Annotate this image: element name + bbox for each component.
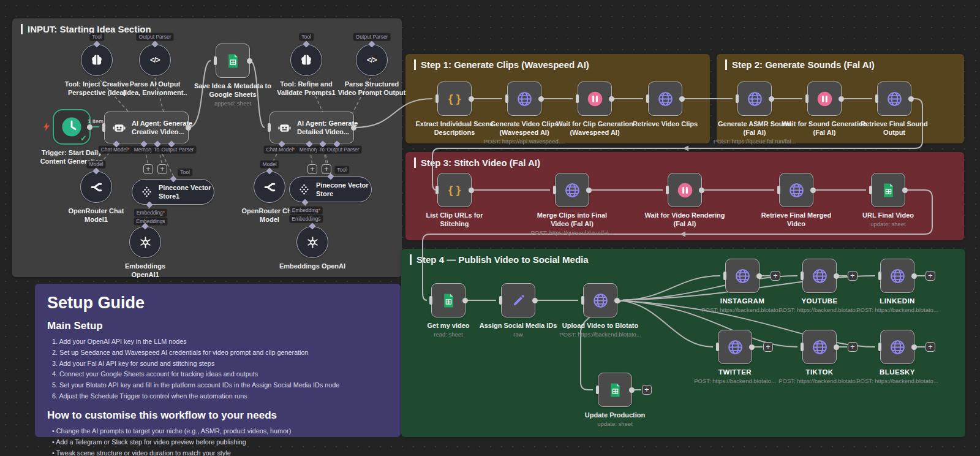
output-port[interactable] bbox=[839, 96, 844, 102]
node-tool-refine-validate[interactable] bbox=[290, 44, 322, 76]
output-port[interactable] bbox=[834, 344, 839, 350]
plus-bluesky-button[interactable]: + bbox=[925, 342, 935, 352]
input-port[interactable] bbox=[723, 272, 726, 280]
output-port[interactable] bbox=[469, 96, 474, 102]
node-agent-detailed-video[interactable]: AI Agent: Generate Detailed Video... bbox=[270, 112, 354, 143]
input-port[interactable] bbox=[553, 186, 556, 194]
output-port[interactable] bbox=[911, 344, 917, 350]
output-port[interactable] bbox=[609, 96, 614, 102]
output-port[interactable] bbox=[614, 298, 620, 303]
input-port[interactable] bbox=[268, 123, 271, 132]
input-port[interactable] bbox=[429, 296, 432, 305]
node-generate-asmr-sound[interactable] bbox=[737, 82, 772, 116]
node-pinecone-vector-store1[interactable]: Pinecone Vector Store1 bbox=[132, 179, 214, 205]
input-port[interactable] bbox=[102, 123, 105, 132]
node-embeddings-openai1[interactable] bbox=[129, 226, 161, 258]
input-port[interactable] bbox=[505, 94, 508, 103]
input-port[interactable] bbox=[801, 272, 804, 280]
input-port[interactable] bbox=[646, 94, 649, 103]
node-retrieve-final-merged[interactable] bbox=[779, 173, 813, 207]
node-retrieve-video-clips[interactable] bbox=[648, 82, 682, 116]
node-save-idea-sheets[interactable] bbox=[216, 44, 250, 78]
output-port[interactable] bbox=[469, 188, 474, 193]
output-port[interactable] bbox=[186, 125, 191, 131]
node-get-my-video[interactable] bbox=[431, 283, 466, 317]
node-retrieve-final-sound[interactable] bbox=[877, 82, 911, 116]
node-url-final-video[interactable] bbox=[871, 173, 905, 207]
node-update-production[interactable] bbox=[598, 373, 632, 407]
input-port[interactable] bbox=[499, 296, 502, 305]
node-bluesky[interactable] bbox=[880, 330, 914, 364]
output-port[interactable] bbox=[810, 188, 816, 193]
output-port[interactable] bbox=[87, 124, 92, 130]
node-embeddings-openai[interactable] bbox=[296, 226, 328, 258]
output-port[interactable] bbox=[699, 188, 704, 193]
output-port[interactable] bbox=[538, 96, 544, 102]
node-wait-sound-generation[interactable] bbox=[807, 82, 842, 116]
output-port[interactable] bbox=[834, 273, 839, 279]
output-port[interactable] bbox=[586, 188, 592, 193]
node-agent-creative-video[interactable]: AI Agent: Generate Creative Video... bbox=[104, 112, 189, 143]
plus-agent1-memory-button[interactable]: + bbox=[143, 164, 153, 174]
node-assign-social-media-ids[interactable] bbox=[501, 283, 535, 317]
node-linkedin[interactable] bbox=[880, 259, 914, 293]
node-generate-video-clips[interactable] bbox=[507, 82, 541, 116]
input-port[interactable] bbox=[777, 186, 780, 194]
output-port[interactable] bbox=[247, 58, 252, 64]
node-openrouter-chat-model1[interactable] bbox=[80, 171, 112, 203]
input-port[interactable] bbox=[716, 343, 719, 351]
node-tool-inject-creative[interactable] bbox=[81, 44, 113, 76]
output-port[interactable] bbox=[749, 344, 755, 350]
plus-instagram-button[interactable]: + bbox=[771, 271, 780, 281]
input-port[interactable] bbox=[214, 56, 217, 65]
input-port[interactable] bbox=[878, 272, 881, 280]
input-port[interactable] bbox=[736, 94, 739, 103]
plus-agent2-tool-button[interactable]: + bbox=[322, 164, 331, 174]
node-parse-ai-output[interactable]: </> bbox=[139, 44, 171, 76]
input-port[interactable] bbox=[869, 186, 872, 194]
node-instagram[interactable] bbox=[725, 259, 760, 293]
node-openrouter-chat-model[interactable] bbox=[254, 171, 285, 203]
node-wait-video-rendering[interactable] bbox=[668, 173, 702, 207]
output-port[interactable] bbox=[462, 298, 468, 303]
input-port[interactable] bbox=[435, 94, 439, 103]
setup-guide-note[interactable]: Setup Guide Main Setup 1. Add your OpenA… bbox=[35, 284, 401, 437]
node-wait-clip-generation[interactable] bbox=[578, 82, 612, 116]
output-port[interactable] bbox=[769, 96, 774, 102]
input-port[interactable] bbox=[875, 94, 878, 103]
node-youtube[interactable] bbox=[802, 259, 837, 293]
input-port[interactable] bbox=[596, 386, 599, 394]
node-parse-structured[interactable]: </> bbox=[356, 44, 388, 76]
node-schedule-trigger[interactable]: ✓ bbox=[53, 109, 91, 145]
plus-agent2-memory-button[interactable]: + bbox=[307, 164, 317, 174]
node-merge-clips-final[interactable] bbox=[555, 173, 589, 207]
output-port[interactable] bbox=[532, 298, 538, 303]
input-port[interactable] bbox=[666, 186, 669, 194]
plus-twitter-button[interactable]: + bbox=[763, 342, 773, 352]
plus-linkedin-button[interactable]: + bbox=[925, 271, 935, 281]
plus-youtube-button[interactable]: + bbox=[848, 271, 858, 281]
input-port[interactable] bbox=[581, 296, 584, 305]
input-port[interactable] bbox=[805, 94, 809, 103]
output-port[interactable] bbox=[908, 96, 914, 102]
node-pinecone-vector-store[interactable]: Pinecone Vector Store bbox=[289, 177, 372, 202]
output-port[interactable] bbox=[679, 96, 685, 102]
output-port[interactable] bbox=[902, 188, 908, 193]
input-port[interactable] bbox=[435, 186, 439, 194]
robot-icon bbox=[112, 121, 126, 135]
plus-tiktok-button[interactable]: + bbox=[848, 342, 858, 352]
node-twitter[interactable] bbox=[718, 330, 752, 364]
node-list-clip-urls[interactable]: { } bbox=[437, 173, 472, 207]
plus-update-button[interactable]: + bbox=[642, 385, 652, 395]
node-extract-scene-descriptions[interactable]: { } bbox=[437, 82, 472, 116]
plus-agent1-tool-button[interactable]: + bbox=[157, 164, 167, 174]
node-upload-video-blotato[interactable] bbox=[583, 283, 617, 317]
input-port[interactable] bbox=[576, 94, 579, 103]
output-port[interactable] bbox=[351, 125, 356, 131]
output-port[interactable] bbox=[911, 273, 917, 279]
input-port[interactable] bbox=[878, 343, 881, 351]
output-port[interactable] bbox=[756, 273, 762, 279]
output-port[interactable] bbox=[629, 387, 635, 393]
node-tiktok[interactable] bbox=[802, 330, 837, 364]
input-port[interactable] bbox=[801, 343, 804, 351]
